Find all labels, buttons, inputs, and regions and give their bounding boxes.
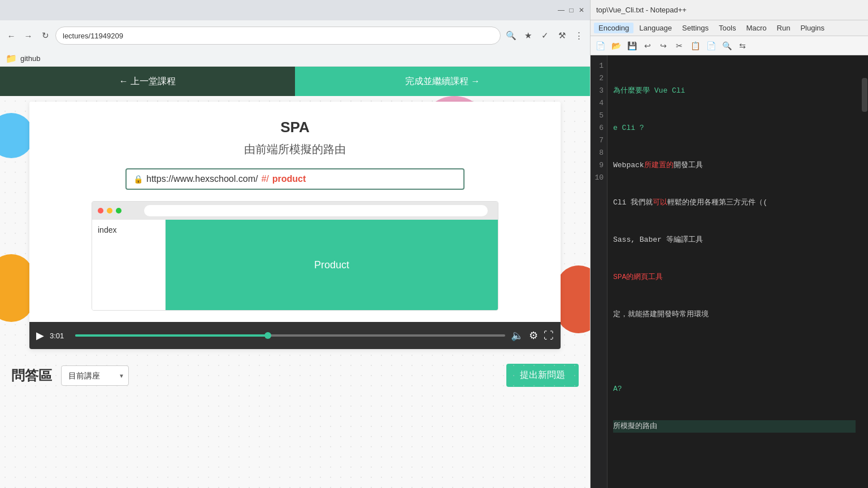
menu-icon[interactable]: ⋮ [572,29,585,42]
np-scrollbar[interactable] [861,55,868,488]
notepad-panel: top\Vue_Cli.txt - Notepad++ Encoding Lan… [591,0,868,488]
video-container: SPA 由前端所模擬的路由 🔒 https://www.hexschool.co… [29,102,561,349]
np-new-icon[interactable]: 📄 [593,38,607,53]
np-copy-icon[interactable]: 📋 [688,38,702,53]
code-line-9: A? [613,383,856,395]
np-title: top\Vue_Cli.txt - Notepad++ [596,6,687,14]
np-cut-icon[interactable]: ✂ [672,38,687,53]
right-controls: 🔈 ⚙ ⛶ [511,329,554,342]
forward-icon[interactable]: → [21,29,35,42]
code-line-7: 定，就能搭建開發時常用環境 [613,308,856,321]
lock-icon: 🔒 [133,175,143,184]
slide-title: SPA [46,119,544,136]
address-bar[interactable]: lectures/11949209 [55,27,501,45]
puzzle-icon[interactable]: ⚒ [555,29,568,42]
reload-icon[interactable]: ↻ [38,29,52,42]
np-code-content: 1 2 3 4 5 6 7 8 9 10 為什麼要學 Vue Cli e Cli… [591,55,868,488]
url-display-bar: 🔒 https://www.hexschool.com/#/product [125,168,465,190]
url-hash: #/ [261,174,268,184]
deco-circle-red [556,265,590,333]
progress-bar[interactable] [75,334,505,337]
code-line-3: Webpack所建置的開發工具 [613,159,856,172]
video-controls: ▶ 3:01 🔈 ⚙ ⛶ [29,322,561,349]
np-paste-icon[interactable]: 📄 [704,38,718,53]
qa-dropdown-wrap: 目前講座 ▼ [61,365,129,386]
search-icon[interactable]: 🔍 [504,29,518,42]
extension-icon[interactable]: ✓ [538,29,552,42]
inner-content: index Product [92,220,498,310]
menu-settings[interactable]: Settings [678,23,713,33]
menu-macro[interactable]: Macro [741,23,771,33]
code-line-10: 所模擬的路由 [613,420,856,433]
url-product: product [272,174,306,184]
inner-url-bar [144,205,488,216]
inner-sidebar: index [92,220,166,310]
play-button[interactable]: ▶ [36,329,44,342]
slide-subtitle: 由前端所模擬的路由 [46,142,544,157]
dot-green [116,208,121,213]
deco-circle-orange [0,254,34,322]
dot-yellow [107,208,112,213]
np-save-icon[interactable]: 💾 [624,38,639,53]
browser-toolbar: ← → ↻ lectures/11949209 🔍 ★ ✓ ⚒ ⋮ [0,20,590,51]
inner-sidebar-label: index [98,225,116,234]
np-titlebar: top\Vue_Cli.txt - Notepad++ [591,0,868,20]
np-menubar: Encoding Language Settings Tools Macro R… [591,20,868,36]
nav-buttons: ← 上一堂課程 完成並繼續課程 → [0,67,590,96]
np-undo-icon[interactable]: ↩ [640,38,655,53]
inner-main-text: Product [314,259,349,271]
inner-browser-bar [92,202,498,220]
bookmark-github[interactable]: github [20,54,40,63]
np-scrollbar-thumb [862,78,867,112]
np-search-icon[interactable]: 🔍 [719,38,734,53]
fullscreen-icon[interactable]: ⛶ [544,330,554,342]
np-redo-icon[interactable]: ↪ [656,38,671,53]
bookmark-icon[interactable]: ★ [521,29,535,42]
dot-red [98,208,103,213]
np-replace-icon[interactable]: ⇆ [735,38,750,53]
progress-handle [264,332,271,339]
close-button[interactable]: ✕ [578,6,585,14]
bookmark-bar: 📁 github [0,51,590,67]
browser-content: SPA 由前端所模擬的路由 🔒 https://www.hexschool.co… [0,96,590,488]
video-slide: SPA 由前端所模擬的路由 🔒 https://www.hexschool.co… [29,102,561,322]
menu-tools[interactable]: Tools [714,23,740,33]
np-toolbar: 📄 📂 💾 ↩ ↪ ✂ 📋 📄 🔍 ⇆ [591,36,868,55]
line-numbers: 1 2 3 4 5 6 7 8 9 10 [591,55,607,488]
code-line-1: 為什麼要學 Vue Cli [613,85,856,97]
code-line-4: Cli 我們就可以輕鬆的使用各種第三方元件（( [613,197,856,209]
np-open-icon[interactable]: 📂 [609,38,623,53]
url-prefix: https://www.hexschool.com/ [146,174,258,184]
menu-encoding[interactable]: Encoding [594,23,633,33]
menu-language[interactable]: Language [635,23,676,33]
progress-fill [75,334,268,337]
settings-icon[interactable]: ⚙ [529,329,538,342]
prev-lesson-button[interactable]: ← 上一堂課程 [0,67,295,96]
qa-dropdown[interactable]: 目前講座 [61,365,129,386]
browser-panel: — □ ✕ ← → ↻ lectures/11949209 🔍 ★ ✓ ⚒ ⋮ … [0,0,591,488]
inner-browser-mockup: index Product [92,201,498,311]
next-lesson-button[interactable]: 完成並繼續課程 → [295,67,590,96]
menu-run[interactable]: Run [772,23,795,33]
address-text: lectures/11949209 [63,32,123,40]
code-line-5: Sass, Baber 等編譯工具 [613,234,856,246]
maximize-button[interactable]: □ [567,6,575,14]
code-line-8 [613,346,856,358]
inner-main: Product [166,220,498,310]
volume-icon[interactable]: 🔈 [511,329,523,342]
minimize-button[interactable]: — [557,6,565,14]
back-icon[interactable]: ← [5,29,18,42]
menu-plugins[interactable]: Plugins [796,23,829,33]
code-line-6: SPA的網頁工具 [613,271,856,284]
time-display: 3:01 [50,332,70,340]
code-line-2: e Cli ? [613,122,856,134]
browser-chrome: — □ ✕ ← → ↻ lectures/11949209 🔍 ★ ✓ ⚒ ⋮ [0,0,590,51]
browser-titlebar: — □ ✕ [0,0,590,20]
code-area: 為什麼要學 Vue Cli e Cli ? Webpack所建置的開發工具 Cl… [607,55,861,488]
